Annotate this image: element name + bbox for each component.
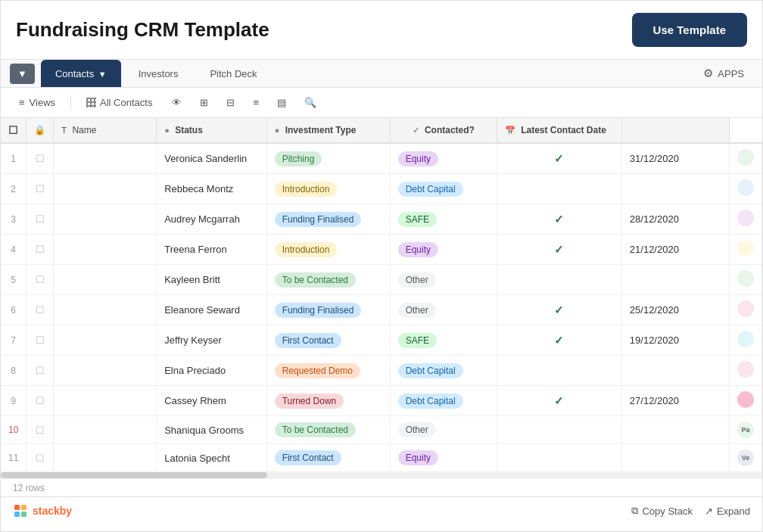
sort-button[interactable]: ≡ (248, 94, 263, 111)
search-button[interactable]: 🔍 (300, 94, 321, 111)
row-investment-type: Other (390, 295, 497, 325)
tab-collapse-button[interactable]: ▼ (10, 64, 35, 84)
checkbox[interactable]: ☐ (36, 425, 45, 436)
investment-type-badge: Other (398, 303, 436, 318)
toolbar-divider (70, 95, 71, 110)
hide-fields-button[interactable]: 👁 (167, 94, 186, 111)
apps-button[interactable]: ⚙ APPS (694, 61, 753, 86)
checkbox-icon: ☐ (8, 124, 18, 136)
row-name: Audrey Mcgarrah (157, 204, 266, 235)
investment-type-badge: Other (398, 272, 436, 288)
table-row[interactable]: 8 ☐ Elna Preciado Requested Demo Debt Ca… (1, 356, 762, 386)
investment-type-badge: Other (398, 422, 436, 437)
views-button[interactable]: ≡ Views (13, 94, 61, 111)
row-number: 5 (1, 265, 26, 295)
row-checkbox[interactable]: ☐ (26, 444, 54, 472)
checkbox[interactable]: ☐ (36, 244, 45, 255)
expand-icon: ↗ (705, 506, 713, 517)
row-lock (54, 295, 157, 325)
row-investment-type: Debt Capital (390, 386, 497, 416)
checkbox[interactable]: ☐ (36, 334, 45, 346)
row-latest-contact-date: 27/12/2020 (621, 386, 729, 416)
row-lock (54, 174, 157, 204)
status-badge: To be Contacted (275, 272, 356, 288)
table-row[interactable]: 5 ☐ Kayleen Britt To be Contacted Other (1, 265, 762, 295)
status-badge: Introduction (275, 242, 338, 257)
row-checkbox[interactable]: ☐ (26, 386, 54, 416)
checkbox[interactable]: ☐ (36, 453, 45, 464)
checkbox[interactable]: ☐ (36, 395, 45, 406)
filter-button-1[interactable]: ⊞ (195, 94, 213, 111)
row-checkbox[interactable]: ☐ (26, 356, 54, 386)
table-row[interactable]: 3 ☐ Audrey Mcgarrah Funding Finalised SA… (1, 204, 762, 235)
table-row[interactable]: 7 ☐ Jeffry Keyser First Contact SAFE ✓ 1… (1, 325, 762, 356)
row-status: Funding Finalised (266, 204, 390, 235)
table-row[interactable]: 4 ☐ Treena Ferron Introduction Equity ✓ … (1, 235, 762, 265)
scrollbar-thumb[interactable] (1, 472, 267, 478)
row-status: Pitching (266, 143, 390, 174)
row-checkbox[interactable]: ☐ (26, 325, 54, 356)
tab-contacts[interactable]: Contacts ▼ (41, 60, 121, 87)
table-row[interactable]: 6 ☐ Eleanore Seward Funding Finalised Ot… (1, 295, 762, 325)
horizontal-scrollbar[interactable] (1, 472, 762, 478)
table-row[interactable]: 10 ☐ Shaniqua Grooms To be Contacted Oth… (1, 416, 762, 444)
th-latest-contact-date: 📅 Latest Contact Date (497, 118, 621, 143)
row-contacted: ✓ (497, 386, 621, 416)
copy-stack-button[interactable]: ⧉ Copy Stack (631, 505, 692, 517)
row-number: 8 (1, 356, 26, 386)
checkbox[interactable]: ☐ (36, 183, 45, 194)
avatar (737, 270, 754, 287)
checkbox[interactable]: ☐ (36, 365, 45, 376)
row-lock (54, 204, 157, 235)
status-badge: Funding Finalised (275, 212, 362, 227)
avatar (737, 179, 754, 196)
row-checkbox[interactable]: ☐ (26, 204, 54, 235)
table-row[interactable]: 11 ☐ Latonia Specht First Contact Equity… (1, 444, 762, 472)
table-row[interactable]: 2 ☐ Rebbeca Montz Introduction Debt Capi… (1, 174, 762, 204)
checkbox[interactable]: ☐ (36, 274, 45, 285)
filter-button-2[interactable]: ⊟ (222, 94, 239, 111)
svg-rect-0 (14, 505, 20, 510)
row-latest-contact-date (621, 444, 729, 472)
row-checkbox[interactable]: ☐ (26, 235, 54, 265)
row-investment-type: Equity (390, 143, 497, 174)
row-checkbox[interactable]: ☐ (26, 143, 54, 174)
row-investment-type: Other (390, 416, 497, 444)
all-contacts-button[interactable]: All Contacts (80, 94, 158, 111)
filter-icon-2: ⊟ (226, 97, 235, 108)
row-number: 3 (1, 204, 26, 235)
th-name: T Name (54, 118, 157, 143)
row-latest-contact-date: 19/12/2020 (621, 325, 729, 356)
checkbox[interactable]: ☐ (36, 153, 45, 164)
status-badge: Funding Finalised (275, 303, 362, 318)
status-badge: Turned Down (275, 394, 344, 409)
data-table: ☐ 🔒 T Name ● Status ● Inves (1, 118, 762, 472)
status-badge: First Contact (275, 450, 341, 465)
table-row[interactable]: 9 ☐ Cassey Rhem Turned Down Debt Capital… (1, 386, 762, 416)
group-button[interactable]: ▤ (272, 94, 291, 111)
row-name: Treena Ferron (157, 235, 266, 265)
row-name: Cassey Rhem (157, 386, 266, 416)
tab-pitchdeck[interactable]: Pitch Deck (195, 60, 271, 87)
investment-type-badge: Equity (398, 151, 438, 166)
row-investment-type: Debt Capital (390, 174, 497, 204)
stackby-logo: stackby (13, 503, 72, 518)
expand-button[interactable]: ↗ Expand (705, 506, 750, 517)
investment-type-badge: Debt Capital (398, 394, 463, 409)
app-footer: stackby ⧉ Copy Stack ↗ Expand (1, 496, 762, 524)
avatar: Pa (737, 422, 754, 438)
row-checkbox[interactable]: ☐ (26, 265, 54, 295)
group-icon: ▤ (277, 97, 286, 108)
investment-type-badge: Debt Capital (398, 363, 463, 378)
use-template-button[interactable]: Use Template (632, 13, 747, 47)
row-checkbox[interactable]: ☐ (26, 174, 54, 204)
checkbox[interactable]: ☐ (36, 213, 45, 225)
row-checkbox[interactable]: ☐ (26, 416, 54, 444)
avatar (737, 149, 754, 166)
table-row[interactable]: 1 ☐ Veronica Sanderlin Pitching Equity ✓… (1, 143, 762, 174)
row-number: 11 (1, 444, 26, 472)
tab-investors[interactable]: Investors (124, 60, 193, 87)
row-name: Elna Preciado (157, 356, 266, 386)
row-checkbox[interactable]: ☐ (26, 295, 54, 325)
checkbox[interactable]: ☐ (36, 304, 45, 316)
